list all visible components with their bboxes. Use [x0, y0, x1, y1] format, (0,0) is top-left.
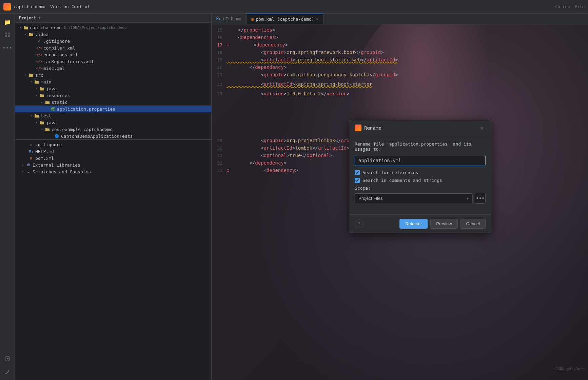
main-icon: [34, 79, 39, 84]
top-bar: captcha-demo Version Control Current Fil…: [0, 0, 588, 14]
tree-item-help-md[interactable]: ▸ M↓ HELP.md: [15, 148, 211, 155]
resources-icon: [39, 93, 45, 98]
root-label: captcha-demo: [30, 25, 62, 30]
help-md-label: HELP.md: [35, 149, 54, 154]
tree-item-resources[interactable]: ▾ resources: [15, 92, 211, 99]
dialog-title-icon: [355, 125, 361, 131]
file-tree-title: Project ▾: [19, 16, 41, 20]
checkbox-comments-row: Search in comments and strings: [355, 178, 486, 183]
refactor-button[interactable]: Refactor: [399, 219, 428, 229]
checkbox-comments[interactable]: [355, 178, 360, 183]
rename-dialog: Rename ✕ Rename file 'application.proper…: [349, 120, 491, 233]
dialog-title-bar: Rename ✕: [349, 120, 491, 136]
tree-item-java-main[interactable]: ▸ java: [15, 85, 211, 92]
idea-folder-icon: [28, 32, 34, 37]
sidebar-icon-structure[interactable]: [2, 29, 13, 41]
captcha-test-label: CaptchaDemoApplicationTests: [61, 134, 133, 139]
dialog-description: Rename file 'application.properties' and…: [355, 141, 486, 152]
cancel-button[interactable]: Cancel: [460, 219, 486, 229]
scratches-icon: ≡: [26, 169, 31, 174]
test-label: test: [41, 113, 51, 118]
dialog-title-text: Rename: [364, 125, 475, 131]
top-menu[interactable]: captcha-demo Version Control: [14, 4, 90, 9]
app-props-icon: 🌿: [50, 106, 56, 112]
test-icon: [34, 113, 39, 118]
arrow-test: ▾: [28, 113, 34, 118]
editor-panel: M↓ HELP.md m pom.xml (captcha-demo) ✕ 15…: [212, 14, 588, 380]
menu-vcs[interactable]: Version Control: [50, 4, 90, 9]
sidebar-icon-folder[interactable]: 📁: [2, 16, 13, 28]
tree-item-root[interactable]: ▾ captcha-demo E:\IDEA\Project\captcha-d…: [15, 24, 211, 31]
tree-item-src[interactable]: ▾ src: [15, 72, 211, 78]
checkbox-references-row: Search for references: [355, 170, 486, 175]
tree-item-scratches[interactable]: ▸ ≡ Scratches and Consoles: [15, 168, 211, 175]
scope-select-wrapper[interactable]: Project Files Project and Libraries Whol…: [355, 193, 473, 203]
menu-project[interactable]: captcha-demo: [14, 4, 45, 9]
scope-select[interactable]: Project Files Project and Libraries Whol…: [355, 193, 473, 203]
app-logo: [3, 3, 11, 11]
rename-input[interactable]: [355, 155, 486, 166]
tree-item-external-libs[interactable]: ▸ 🏛 External Libraries: [15, 162, 211, 168]
tree-item-gitignore-root[interactable]: ▸ ⊘ .gitignore: [15, 141, 211, 148]
tree-item-misc[interactable]: ▸ </> misc.xml: [15, 65, 211, 72]
arrow-src: ▾: [23, 72, 28, 78]
checkbox-references-label: Search for references: [362, 170, 418, 175]
gitignore-root-icon: ⊘: [28, 142, 34, 147]
main-label: main: [41, 79, 51, 84]
tree-item-package[interactable]: ▾ com.example.captchademo: [15, 126, 211, 133]
compiler-xml-icon: </>: [37, 45, 42, 51]
tree-item-main[interactable]: ▾ main: [15, 78, 211, 85]
tree-item-test[interactable]: ▾ test: [15, 112, 211, 119]
checkbox-references[interactable]: [355, 170, 360, 175]
sidebar-icon-more[interactable]: •••: [2, 42, 13, 54]
scope-label: Scope:: [355, 186, 486, 191]
tree-item-app-props[interactable]: ▸ 🌿 application.properties: [15, 106, 211, 112]
static-icon: [45, 99, 50, 105]
help-md-icon: M↓: [28, 149, 34, 154]
current-file-label: Current File: [555, 4, 585, 9]
java-test-label: java: [46, 120, 57, 125]
tree-item-encodings[interactable]: ▸ </> encodings.xml: [15, 51, 211, 58]
arrow-package: ▾: [39, 127, 45, 132]
tree-item-idea[interactable]: ▾ .idea: [15, 31, 211, 38]
sidebar-icon-bar: 📁 •••: [0, 14, 15, 380]
arrow-resources: ▾: [34, 93, 39, 98]
file-tree-content[interactable]: ▾ captcha-demo E:\IDEA\Project\captcha-d…: [15, 23, 211, 380]
static-label: static: [52, 100, 67, 105]
tree-item-jarrepo[interactable]: ▸ </> jarRepositories.xml: [15, 58, 211, 65]
tree-item-static[interactable]: ▸ static: [15, 99, 211, 106]
sidebar-icon-run[interactable]: [2, 353, 13, 364]
svg-marker-5: [7, 358, 9, 360]
app-props-label: application.properties: [57, 107, 115, 112]
arrow-root: ▾: [18, 25, 23, 30]
checkbox-comments-label: Search in comments and strings: [362, 178, 442, 183]
tree-item-gitignore-idea[interactable]: ▸ ⊘ .gitignore: [15, 38, 211, 44]
arrow-main: ▾: [28, 79, 34, 84]
preview-button[interactable]: Preview: [430, 219, 457, 229]
java-main-icon: [39, 86, 45, 91]
tree-item-compiler[interactable]: ▸ </> compiler.xml: [15, 44, 211, 51]
pom-xml-icon: m: [28, 155, 34, 161]
captcha-test-icon: 🔵: [54, 133, 60, 139]
java-test-icon: [39, 120, 45, 125]
root-path: E:\IDEA\Project\captcha-demo: [64, 25, 126, 30]
sidebar-icon-build[interactable]: [2, 366, 13, 377]
file-tree-bottom: ▸ ⊘ .gitignore ▸ M↓ HELP.md ▸ m pom.xml: [15, 139, 211, 176]
src-label: src: [35, 73, 43, 78]
arrow-external: ▸: [20, 162, 26, 168]
help-button[interactable]: ?: [355, 220, 364, 228]
tree-item-pom-xml[interactable]: ▸ m pom.xml: [15, 155, 211, 162]
tree-item-java-test[interactable]: ▾ java: [15, 119, 211, 126]
svg-rect-3: [8, 35, 10, 37]
external-libs-icon: 🏛: [26, 162, 31, 168]
jar-xml-label: jarRepositories.xml: [43, 59, 94, 64]
dialog-close-button[interactable]: ✕: [478, 124, 486, 132]
gitignore-idea-label: .gitignore: [43, 39, 70, 44]
misc-xml-label: misc.xml: [43, 66, 65, 71]
tree-item-captcha-test[interactable]: ▸ 🔵 CaptchaDemoApplicationTests: [15, 133, 211, 139]
main-layout: 📁 •••: [0, 14, 588, 380]
resources-label: resources: [46, 93, 70, 98]
file-tree-header: Project ▾: [15, 14, 211, 23]
scope-dots-button[interactable]: •••: [475, 193, 486, 204]
svg-rect-0: [5, 33, 7, 34]
